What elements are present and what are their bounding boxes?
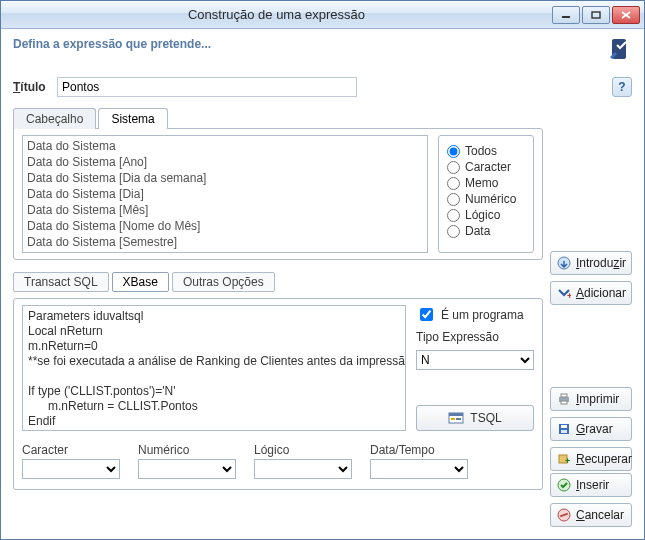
recuperar-button[interactable]: + Recuperar	[550, 447, 632, 471]
adicionar-button[interactable]: + Adicionar	[550, 281, 632, 305]
list-item[interactable]: Data do Sistema [Semestre]	[27, 234, 423, 250]
right-buttons-group-1: Introduzir + Adicionar	[550, 251, 632, 305]
tab-transact-sql[interactable]: Transact SQL	[13, 272, 109, 292]
window-controls	[552, 6, 640, 24]
tab-outras-opcoes[interactable]: Outras Opções	[172, 272, 275, 292]
list-item[interactable]: Data do Sistema [Ano]	[27, 154, 423, 170]
cancelar-button[interactable]: Cancelar	[550, 503, 632, 527]
combo-caracter: Caracter	[22, 443, 120, 479]
list-item[interactable]: Data do Sistema [Mês]	[27, 202, 423, 218]
subtitle-row: Defina a expressão que pretende...	[13, 37, 632, 63]
window-title: Construção de uma expressão	[1, 7, 552, 22]
tsql-button-label: TSQL	[470, 411, 501, 425]
code-row: Parameters iduvaltsql Local nReturn m.nR…	[22, 305, 534, 431]
svg-rect-15	[561, 425, 567, 428]
combo-caracter-select[interactable]	[22, 459, 120, 479]
expr-tabs: Transact SQL XBase Outras Opções	[13, 272, 543, 292]
gravar-button[interactable]: Gravar	[550, 417, 632, 441]
close-button[interactable]	[612, 6, 640, 24]
upper-tab-body: Data do Sistema Data do Sistema [Ano] Da…	[13, 128, 543, 260]
minimize-button[interactable]	[552, 6, 580, 24]
tipo-expressao-select[interactable]: N	[416, 350, 534, 370]
is-program-checkbox[interactable]	[420, 308, 433, 321]
radio-caracter[interactable]: Caracter	[447, 160, 525, 174]
close-icon	[621, 11, 631, 19]
combo-logico-select[interactable]	[254, 459, 352, 479]
list-item[interactable]: Data do Sistema	[27, 138, 423, 154]
combo-caracter-label: Caracter	[22, 443, 120, 457]
save-icon	[557, 422, 571, 436]
svg-rect-7	[451, 418, 455, 420]
svg-rect-13	[561, 401, 567, 404]
recover-icon: +	[557, 452, 571, 466]
tsql-button[interactable]: TSQL	[416, 405, 534, 431]
introduzir-button[interactable]: Introduzir	[550, 251, 632, 275]
help-icon: ?	[618, 80, 625, 94]
ok-check-icon	[557, 478, 571, 492]
svg-text:+: +	[567, 291, 571, 300]
main-left: Cabeçalho Sistema Data do Sistema Data d…	[13, 97, 543, 490]
add-arrow-icon: +	[557, 286, 571, 300]
tab-sistema[interactable]: Sistema	[98, 108, 167, 129]
combo-numerico: Numérico	[138, 443, 236, 479]
code-editor[interactable]: Parameters iduvaltsql Local nReturn m.nR…	[22, 305, 406, 431]
imprimir-button[interactable]: Imprimir	[550, 387, 632, 411]
inserir-button[interactable]: Inserir	[550, 473, 632, 497]
code-panel: Parameters iduvaltsql Local nReturn m.nR…	[13, 298, 543, 490]
type-filter-group: Todos Caracter Memo Numérico Lógico Data	[438, 135, 534, 253]
tsql-icon	[448, 411, 464, 425]
combo-logico: Lógico	[254, 443, 352, 479]
introduce-arrow-icon	[557, 256, 571, 270]
upper-tabs: Cabeçalho Sistema	[13, 107, 543, 128]
tipo-expressao-label: Tipo Expressão	[416, 330, 534, 344]
maximize-icon	[591, 11, 601, 19]
printer-icon	[557, 392, 571, 406]
radio-data[interactable]: Data	[447, 224, 525, 238]
is-program-label: É um programa	[441, 308, 524, 322]
svg-rect-6	[449, 413, 463, 416]
wizard-icon	[606, 37, 632, 63]
svg-rect-12	[561, 394, 567, 397]
radio-memo[interactable]: Memo	[447, 176, 525, 190]
titlebar: Construção de uma expressão	[1, 1, 644, 29]
right-buttons-group-3: Inserir Cancelar	[550, 473, 632, 527]
radio-logico[interactable]: Lógico	[447, 208, 525, 222]
combo-datatempo-select[interactable]	[370, 459, 468, 479]
list-item[interactable]: Data do Sistema [Dia]	[27, 186, 423, 202]
svg-rect-0	[562, 16, 570, 18]
help-button[interactable]: ?	[612, 77, 632, 97]
svg-rect-8	[456, 418, 461, 420]
radio-todos[interactable]: Todos	[447, 144, 525, 158]
is-program-check[interactable]: É um programa	[416, 305, 534, 324]
tab-cabecalho[interactable]: Cabeçalho	[13, 108, 96, 129]
combo-datatempo: Data/Tempo	[370, 443, 468, 479]
combo-logico-label: Lógico	[254, 443, 352, 457]
svg-rect-16	[561, 430, 567, 433]
radio-numerico[interactable]: Numérico	[447, 192, 525, 206]
title-row: Título ?	[13, 77, 632, 97]
list-item[interactable]: Data do Sistema [Nome do Mês]	[27, 218, 423, 234]
combo-numerico-select[interactable]	[138, 459, 236, 479]
expression-builder-window: Construção de uma expressão Defina a exp…	[0, 0, 645, 540]
svg-text:+: +	[565, 456, 570, 466]
code-side: É um programa Tipo Expressão N TSQL	[416, 305, 534, 431]
subtitle: Defina a expressão que pretende...	[13, 37, 606, 51]
list-item[interactable]: Data do Sistema [Trimestre]	[27, 250, 423, 253]
function-combos: Caracter Numérico Lógico Data/Tempo	[22, 443, 534, 479]
content-area: Defina a expressão que pretende... Títul…	[1, 29, 644, 539]
system-fields-list[interactable]: Data do Sistema Data do Sistema [Ano] Da…	[22, 135, 428, 253]
titulo-label: Título	[13, 80, 51, 94]
minimize-icon	[561, 11, 571, 19]
right-buttons-group-2: Imprimir Gravar + Recuperar	[550, 387, 632, 471]
combo-numerico-label: Numérico	[138, 443, 236, 457]
cancel-icon	[557, 508, 571, 522]
list-item[interactable]: Data do Sistema [Dia da semana]	[27, 170, 423, 186]
titulo-input[interactable]	[57, 77, 357, 97]
system-row: Data do Sistema Data do Sistema [Ano] Da…	[22, 135, 534, 253]
tab-xbase[interactable]: XBase	[112, 272, 169, 292]
combo-datatempo-label: Data/Tempo	[370, 443, 468, 457]
lower-section: Transact SQL XBase Outras Opções Paramet…	[13, 272, 543, 490]
svg-rect-1	[592, 12, 600, 18]
maximize-button[interactable]	[582, 6, 610, 24]
